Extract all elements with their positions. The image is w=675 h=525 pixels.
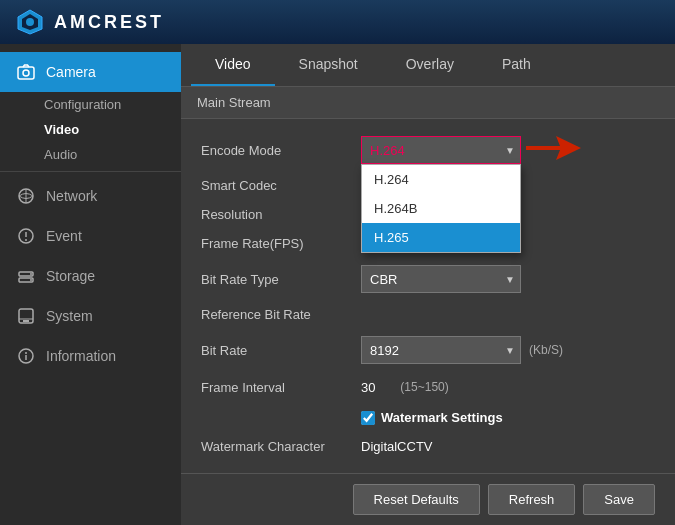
- refresh-button[interactable]: Refresh: [488, 484, 576, 515]
- sidebar-item-event[interactable]: Event: [0, 216, 181, 256]
- content-area: Video Snapshot Overlay Path Main Stream …: [181, 44, 675, 525]
- dropdown-item-h264[interactable]: H.264: [362, 165, 520, 194]
- frame-interval-label: Frame Interval: [201, 380, 361, 395]
- storage-icon: [16, 266, 36, 286]
- watermark-settings-row: Watermark Settings: [201, 403, 655, 432]
- sidebar-label-information: Information: [46, 348, 116, 364]
- smart-codec-label: Smart Codec: [201, 178, 361, 193]
- reference-bit-rate-row: Reference Bit Rate: [201, 300, 655, 329]
- svg-rect-3: [18, 67, 34, 79]
- svg-point-13: [30, 279, 32, 281]
- bit-rate-label: Bit Rate: [201, 343, 361, 358]
- sidebar-item-storage[interactable]: Storage: [0, 256, 181, 296]
- bit-rate-select-wrapper: 8192: [361, 336, 521, 364]
- tab-video[interactable]: Video: [191, 44, 275, 86]
- svg-point-4: [23, 70, 29, 76]
- bit-rate-hint: (Kb/S): [529, 343, 563, 357]
- tab-bar: Video Snapshot Overlay Path: [181, 44, 675, 87]
- highlight-arrow: [526, 134, 581, 166]
- bit-rate-type-select-wrapper: CBR: [361, 265, 521, 293]
- frame-interval-hint: (15~150): [400, 380, 448, 394]
- dropdown-item-h264b[interactable]: H.264B: [362, 194, 520, 223]
- sidebar-label-event: Event: [46, 228, 82, 244]
- sidebar-divider-1: [0, 171, 181, 172]
- watermark-character-value: DigitalCCTV: [361, 439, 433, 454]
- frame-interval-control: 30 (15~150): [361, 378, 449, 396]
- sidebar-label-configuration: Configuration: [44, 97, 121, 112]
- encode-mode-row: Encode Mode H.264 H.264 H.264B: [201, 129, 655, 171]
- svg-point-2: [26, 18, 34, 26]
- resolution-label: Resolution: [201, 207, 361, 222]
- tab-path[interactable]: Path: [478, 44, 555, 86]
- svg-rect-16: [23, 320, 29, 322]
- frame-interval-row: Frame Interval 30 (15~150): [201, 371, 655, 403]
- sidebar-label-camera: Camera: [46, 64, 96, 80]
- bit-rate-row: Bit Rate 8192 (Kb/S): [201, 329, 655, 371]
- svg-point-9: [25, 239, 27, 241]
- form-area: Encode Mode H.264 H.264 H.264B: [181, 119, 675, 473]
- encode-mode-label: Encode Mode: [201, 143, 361, 158]
- sidebar-item-network[interactable]: Network: [0, 176, 181, 216]
- watermark-settings-control: Watermark Settings: [361, 410, 503, 425]
- svg-point-12: [30, 273, 32, 275]
- bit-rate-type-label: Bit Rate Type: [201, 272, 361, 287]
- sidebar-item-video[interactable]: Video: [0, 117, 181, 142]
- tab-overlay[interactable]: Overlay: [382, 44, 478, 86]
- sidebar-label-storage: Storage: [46, 268, 95, 284]
- svg-marker-20: [526, 136, 581, 160]
- sidebar-item-audio[interactable]: Audio: [0, 142, 181, 167]
- sidebar-label-network: Network: [46, 188, 97, 204]
- sidebar-item-system[interactable]: System: [0, 296, 181, 336]
- network-icon: [16, 186, 36, 206]
- reset-defaults-button[interactable]: Reset Defaults: [353, 484, 480, 515]
- stream-label: Main Stream: [181, 87, 675, 119]
- event-icon: [16, 226, 36, 246]
- amcrest-logo-icon: [16, 8, 44, 36]
- sidebar-label-audio: Audio: [44, 147, 77, 162]
- save-button[interactable]: Save: [583, 484, 655, 515]
- info-icon: [16, 346, 36, 366]
- encode-mode-control: H.264 H.264 H.264B H.265: [361, 136, 521, 164]
- system-icon: [16, 306, 36, 326]
- bit-rate-type-row: Bit Rate Type CBR: [201, 258, 655, 300]
- bit-rate-type-select[interactable]: CBR: [361, 265, 521, 293]
- app-header: AMCREST: [0, 0, 675, 44]
- footer-buttons: Reset Defaults Refresh Save: [181, 473, 675, 525]
- dropdown-item-h265[interactable]: H.265: [362, 223, 520, 252]
- sidebar-item-camera[interactable]: Camera: [0, 52, 181, 92]
- brand-name: AMCREST: [54, 12, 164, 33]
- watermark-settings-checkbox[interactable]: [361, 411, 375, 425]
- camera-icon: [16, 62, 36, 82]
- bit-rate-control: 8192 (Kb/S): [361, 336, 563, 364]
- reference-bit-rate-label: Reference Bit Rate: [201, 307, 361, 322]
- main-layout: Camera Configuration Video Audio Network: [0, 44, 675, 525]
- watermark-settings-label[interactable]: Watermark Settings: [361, 410, 503, 425]
- sidebar-item-configuration[interactable]: Configuration: [0, 92, 181, 117]
- sidebar: Camera Configuration Video Audio Network: [0, 44, 181, 525]
- watermark-character-row: Watermark Character DigitalCCTV: [201, 432, 655, 461]
- sidebar-label-video: Video: [44, 122, 79, 137]
- tab-snapshot[interactable]: Snapshot: [275, 44, 382, 86]
- sidebar-label-system: System: [46, 308, 93, 324]
- watermark-character-label: Watermark Character: [201, 439, 361, 454]
- encode-mode-select[interactable]: H.264: [361, 136, 521, 164]
- bit-rate-type-control: CBR: [361, 265, 521, 293]
- svg-point-19: [25, 352, 27, 354]
- watermark-character-control: DigitalCCTV: [361, 439, 433, 454]
- encode-mode-select-wrapper: H.264: [361, 136, 521, 164]
- frame-interval-value: 30: [361, 380, 375, 395]
- encode-mode-dropdown: H.264 H.264B H.265: [361, 164, 521, 253]
- sidebar-item-information[interactable]: Information: [0, 336, 181, 376]
- bit-rate-select[interactable]: 8192: [361, 336, 521, 364]
- frame-rate-label: Frame Rate(FPS): [201, 236, 361, 251]
